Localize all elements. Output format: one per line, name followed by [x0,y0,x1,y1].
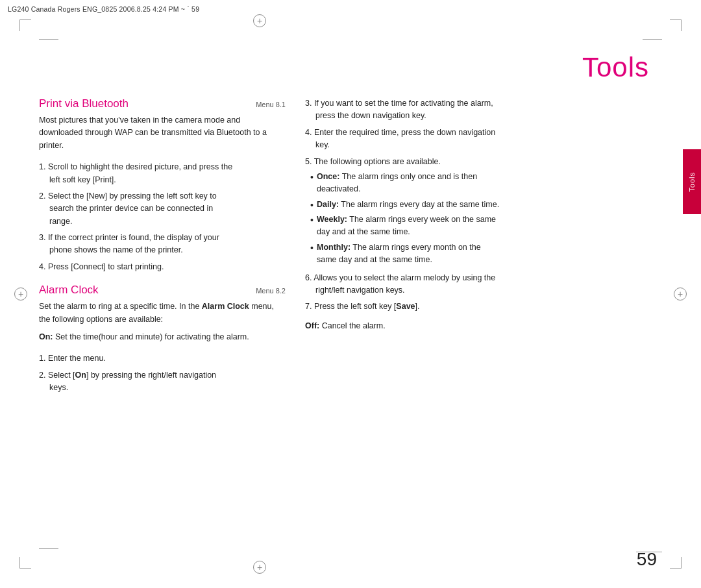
bluetooth-intro-text: Most pictures that you've taken in the c… [39,114,286,152]
corner-line-bottom-left [39,548,58,549]
alarm-steps: 1. Enter the menu. 2. Select [On] by pre… [39,352,286,394]
list-item: 3. If you want to set the time for activ… [305,97,662,123]
page-number: 59 [637,549,657,570]
side-tab: Tools [683,149,701,214]
page-container: LG240 Canada Rogers ENG_0825 2006.8.25 4… [0,0,701,588]
list-item: 5. The following options are available. … [305,156,662,267]
section-heading-bluetooth: Print via Bluetooth Menu 8.1 [39,97,286,110]
list-item: 2. Select the [New] by pressing the left… [39,190,286,228]
section-alarm-clock: Alarm Clock Menu 8.2 Set the alarm to ri… [39,284,286,394]
page-title: Tools [582,52,649,83]
left-column: Print via Bluetooth Menu 8.1 Most pictur… [39,97,286,536]
list-item: 6. Allows you to select the alarm melody… [305,272,662,297]
section-print-bluetooth: Print via Bluetooth Menu 8.1 Most pictur… [39,97,286,273]
section-heading-alarm: Alarm Clock Menu 8.2 [39,284,286,297]
crop-mark-tr [670,19,682,31]
reg-mark-right [674,288,687,300]
header-text: LG240 Canada Rogers ENG_0825 2006.8.25 4… [8,5,199,13]
bluetooth-steps: 1. Scroll to highlight the desired pictu… [39,161,286,273]
corner-line-top-left [39,39,58,40]
list-item: 4. Press [Connect] to start printing. [39,261,286,273]
alarm-menu-label: Menu 8.2 [256,287,286,295]
list-item: 3. If the correct printer is found, the … [39,232,286,257]
list-item: Daily: The alarm rings every day at the … [310,199,662,211]
reg-mark-bottom-left [253,561,266,574]
alarm-heading-text: Alarm Clock [39,284,99,297]
off-text: Off: Cancel the alarm. [305,320,662,332]
list-item: 4. Enter the required time, press the do… [305,127,662,152]
bluetooth-heading-text: Print via Bluetooth [39,97,129,110]
crop-mark-br [670,557,682,569]
options-list: Once: The alarm rings only once and is t… [310,171,662,267]
content-area: Print via Bluetooth Menu 8.1 Most pictur… [39,97,662,536]
alarm-on-text: On: Set the time(hour and minute) for ac… [39,331,286,343]
crop-mark-tl [19,19,31,31]
bluetooth-intro: Most pictures that you've taken in the c… [39,114,286,152]
corner-line-top-right [643,39,662,40]
header-bar: LG240 Canada Rogers ENG_0825 2006.8.25 4… [0,0,701,18]
list-item: 1. Scroll to highlight the desired pictu… [39,161,286,186]
right-steps: 3. If you want to set the time for activ… [305,97,662,313]
reg-mark-top-left [253,14,266,27]
list-item: Monthly: The alarm rings every month on … [310,241,662,267]
list-item: Weekly: The alarm rings every week on th… [310,214,662,239]
right-column: 3. If you want to set the time for activ… [305,97,662,536]
alarm-intro: Set the alarm to ring at a specific time… [39,300,286,343]
crop-mark-bl [19,557,31,569]
side-tab-label: Tools [688,172,696,192]
list-item: 1. Enter the menu. [39,352,286,365]
alarm-intro-text: Set the alarm to ring at a specific time… [39,300,286,326]
reg-mark-left [14,288,27,300]
bluetooth-menu-label: Menu 8.1 [256,101,286,108]
list-item: 2. Select [On] by pressing the right/lef… [39,369,286,395]
list-item: 7. Press the left soft key [Save]. [305,300,662,313]
list-item: Once: The alarm rings only once and is t… [310,171,662,196]
